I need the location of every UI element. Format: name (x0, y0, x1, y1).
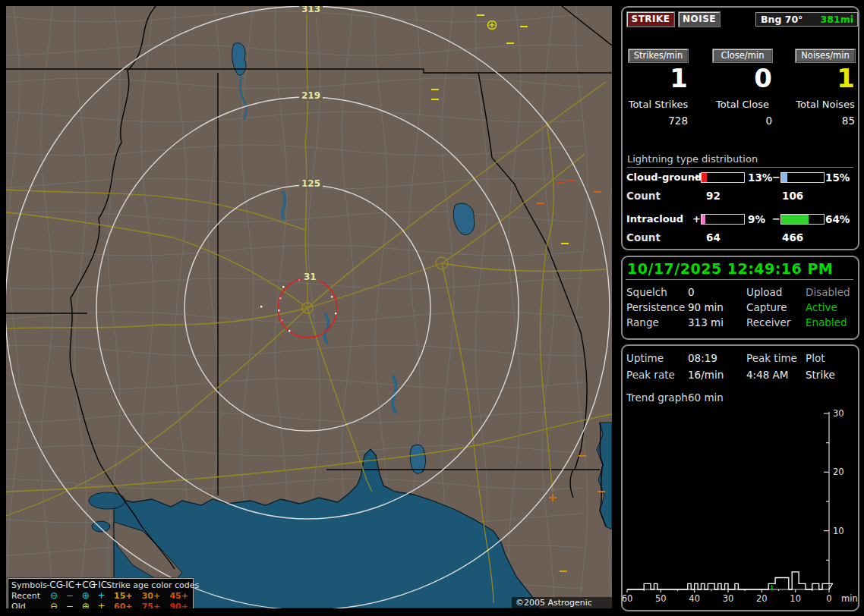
total-noises-label: Total Noises (791, 99, 859, 110)
age-60: 60+ (109, 602, 137, 608)
age-30: 30+ (137, 591, 166, 602)
peak-rate-label: Peak rate (626, 369, 675, 381)
strike-trend-chart: 1020300102030405060min (623, 407, 858, 608)
total-strikes-label: Total Strikes (624, 99, 692, 110)
session-panel: Uptime 08:19 Peak time Plot Peak rate 16… (621, 344, 859, 611)
legend-symbols-title: Symbols (11, 580, 46, 591)
neg-cg-bar (780, 172, 825, 183)
upload-status: Disabled (806, 286, 850, 298)
persistence-label: Persistence (626, 301, 685, 313)
legend-recent-label: Recent (11, 591, 46, 602)
circle-plus-icon: ⊕ (77, 591, 93, 602)
circle-plus-icon: ⊕ (77, 602, 93, 608)
total-close-label: Total Close (708, 99, 777, 110)
total-noises-value: 85 (796, 115, 855, 127)
plus-icon: + (93, 602, 109, 608)
svg-text:min: min (841, 593, 858, 604)
ring-label-313: 313 (299, 6, 323, 14)
age-15: 15+ (109, 591, 137, 602)
pos-cg-percent: 13% (748, 171, 772, 184)
svg-text:30: 30 (723, 593, 734, 604)
neg-ic-count: 466 (782, 231, 803, 244)
close-per-min-button[interactable]: Close/min (713, 49, 772, 62)
bearing-value: Bng 70° (761, 13, 803, 26)
pos-cg-bar (701, 172, 745, 183)
plus-icon: + (93, 591, 109, 602)
minus-icon: − (61, 591, 77, 602)
persistence-value: 90 min (688, 301, 724, 313)
legend-old-label: Old (11, 602, 46, 608)
close-per-min-value: 0 (713, 65, 772, 91)
ring-label-125: 125 (299, 179, 323, 189)
app-window: { "header": { "strike_btn": "STRIKE", "n… (0, 0, 864, 616)
range-setting-value: 313 mi (688, 316, 724, 328)
plus-sign: + (692, 213, 701, 225)
pos-cg-count: 92 (706, 190, 721, 202)
plus-sign: + (692, 171, 701, 183)
copyright-attribution: ©2005 Astrogenic Systems (512, 597, 612, 608)
ring-label-31: 31 (301, 272, 319, 282)
receiver-label: Receiver (746, 316, 790, 328)
svg-text:60: 60 (623, 593, 632, 604)
strikes-per-min-button[interactable]: Strikes/min (629, 49, 688, 62)
svg-text:0: 0 (826, 593, 831, 604)
legend-col-pos-ic: +IC (90, 580, 106, 591)
noises-per-min-value: 1 (796, 65, 855, 91)
legend-col-pos-cg: +CG (74, 580, 90, 591)
strikes-per-min-value: 1 (629, 65, 688, 91)
intracloud-label: Intracloud (626, 213, 683, 225)
svg-text:20: 20 (833, 467, 844, 477)
capture-label: Capture (746, 301, 787, 313)
noise-mode-button[interactable]: NOISE (679, 12, 720, 27)
minus-icon: − (61, 602, 77, 608)
age-75: 75+ (137, 602, 166, 608)
plot-label: Plot (806, 352, 825, 364)
legend-col-neg-cg: -CG (46, 580, 62, 591)
distribution-heading: Lightning type distribution (627, 153, 853, 168)
ring-label-219: 219 (299, 91, 323, 101)
svg-text:40: 40 (689, 593, 700, 604)
total-close-value: 0 (713, 115, 772, 127)
uptime-label: Uptime (626, 352, 664, 364)
peak-rate-value: 16/min (688, 369, 724, 381)
svg-text:30: 30 (833, 408, 844, 419)
age-90: 90+ (165, 602, 193, 608)
capture-status: Active (806, 301, 837, 313)
pos-ic-bar (701, 214, 745, 225)
svg-text:20: 20 (756, 593, 768, 604)
circle-minus-icon: ⊖ (46, 591, 62, 602)
noises-per-min-button[interactable]: Noises/min (796, 49, 855, 62)
legend-age-title: Strike age color codes (106, 580, 196, 591)
lightning-map[interactable]: 313 219 125 31 Symbols -CG -IC +CG +IC S… (6, 6, 612, 608)
svg-text:10: 10 (790, 593, 801, 604)
strike-mode-button[interactable]: STRIKE (627, 12, 674, 27)
legend-col-neg-ic: -IC (62, 580, 74, 591)
plot-mode-value: Strike (806, 369, 835, 381)
neg-cg-count: 106 (782, 190, 803, 202)
upload-label: Upload (746, 286, 782, 298)
minus-sign: − (772, 213, 780, 225)
svg-text:50: 50 (655, 593, 667, 604)
svg-text:10: 10 (833, 526, 844, 536)
trend-graph-label: Trend graph (626, 391, 688, 404)
minus-sign: − (772, 171, 780, 183)
legend-header-row: Symbols -CG -IC +CG +IC Strike age color… (11, 580, 193, 591)
pos-ic-count: 64 (706, 231, 721, 244)
neg-cg-percent: 15% (825, 171, 850, 184)
peak-time-value: 4:48 AM (746, 369, 789, 381)
status-panel: 10/17/2025 12:49:16 PM Squelch 0 Upload … (621, 256, 859, 340)
datetime-display: 10/17/2025 12:49:16 PM (627, 260, 833, 277)
range-value: 381mi (821, 13, 853, 26)
neg-ic-bar (780, 214, 825, 225)
legend-old-row: Old ⊖ − ⊕ + 60+ 75+ 90+ (11, 602, 193, 608)
legend-recent-row: Recent ⊖ − ⊕ + 15+ 30+ 45+ (11, 591, 193, 602)
squelch-label: Squelch (626, 286, 667, 298)
peak-time-label: Peak time (746, 352, 797, 364)
age-45: 45+ (165, 591, 193, 602)
ic-count-label: Count (626, 231, 661, 244)
pos-ic-percent: 9% (748, 213, 765, 225)
strike-stats-panel: STRIKE NOISE Bng 70° 381mi Strikes/min C… (621, 6, 859, 250)
map-legend: Symbols -CG -IC +CG +IC Strike age color… (8, 578, 194, 608)
circle-minus-icon: ⊖ (46, 602, 62, 608)
total-strikes-value: 728 (629, 115, 688, 127)
